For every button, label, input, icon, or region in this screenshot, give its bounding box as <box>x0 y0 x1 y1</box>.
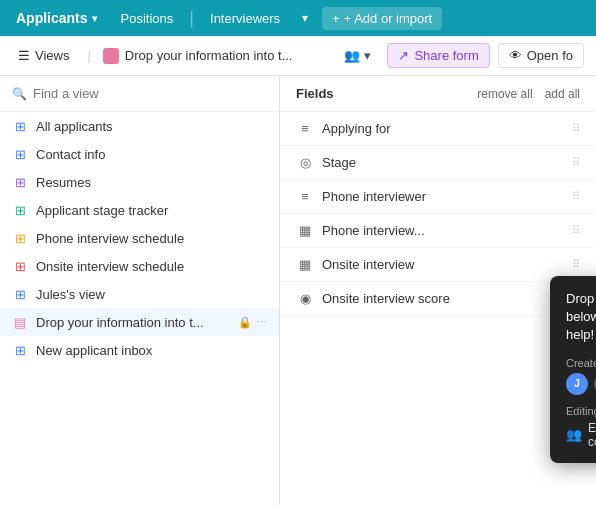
sidebar-item-all-applicants[interactable]: ⊞ All applicants <box>0 112 279 140</box>
add-or-import-button[interactable]: + + Add or import <box>322 7 442 30</box>
nav-tab-interviewers[interactable]: Interviewers <box>198 7 292 30</box>
field-label: Onsite interview score <box>322 291 564 306</box>
sidebar-item-label: All applicants <box>36 119 267 134</box>
toolbar: ☰ Views | Drop your information into t..… <box>0 36 596 76</box>
toolbar-divider: | <box>87 48 90 63</box>
field-row-onsite-interview: ▦ Onsite interview ⠿ <box>280 248 596 282</box>
brand-chevron: ▾ <box>92 13 97 24</box>
lock-icon: 🔒 <box>238 316 252 329</box>
main-layout: 🔍 ⊞ All applicants ⊞ Contact info ⊞ Resu… <box>0 76 596 505</box>
tooltip-editing-row: 👥 Everyone can edit the view configurati… <box>566 421 596 449</box>
views-label: Views <box>35 48 69 63</box>
user-avatar: J <box>566 373 588 395</box>
brand-label: Applicants <box>16 10 88 26</box>
sidebar-item-label: Onsite interview schedule <box>36 259 267 274</box>
views-button[interactable]: ☰ Views <box>12 44 75 67</box>
sidebar-item-resumes[interactable]: ⊞ Resumes <box>0 168 279 196</box>
sidebar-item-label: New applicant inbox <box>36 343 267 358</box>
sidebar-item-applicant-stage-tracker[interactable]: ⊞ Applicant stage tracker <box>0 196 279 224</box>
tooltip-popup: Drop your information into the form belo… <box>550 276 596 463</box>
sidebar-item-jules-view[interactable]: ⊞ Jules's view <box>0 280 279 308</box>
tooltip-editing-text: Everyone can edit the view configuration… <box>588 421 596 449</box>
tooltip-user-row: J <box>566 373 596 395</box>
table-icon: ▦ <box>296 257 314 272</box>
field-label: Phone interview... <box>322 223 564 238</box>
fields-header: Fields remove all add all <box>280 76 596 112</box>
fields-actions: remove all add all <box>477 87 580 101</box>
field-row-phone-interview: ▦ Phone interview... ⠿ <box>280 214 596 248</box>
grid-icon: ⊞ <box>12 202 28 218</box>
sidebar-item-label: Jules's view <box>36 287 267 302</box>
grid-icon: ⊞ <box>12 286 28 302</box>
drag-handle-icon[interactable]: ⠿ <box>572 190 580 203</box>
field-label: Stage <box>322 155 564 170</box>
circle-dot-icon: ◉ <box>296 291 314 306</box>
sidebar-search-area: 🔍 <box>0 76 279 112</box>
created-by-label: Created by <box>566 357 596 369</box>
field-label: Phone interviewer <box>322 189 564 204</box>
field-row-onsite-score: ◉ Onsite interview score ⠿ <box>280 282 596 316</box>
sidebar-item-label: Resumes <box>36 175 267 190</box>
grid-icon: ⊞ <box>12 146 28 162</box>
current-view-name: Drop your information into t... <box>125 48 293 63</box>
view-name-area: Drop your information into t... <box>103 48 329 64</box>
sidebar-item-onsite-interview-schedule[interactable]: ⊞ Onsite interview schedule <box>0 252 279 280</box>
people-icon: 👥 <box>566 427 582 442</box>
grid-icon: ⊞ <box>12 342 28 358</box>
share-form-label: Share form <box>414 48 478 63</box>
nav-more-dropdown[interactable]: ▾ <box>296 7 314 29</box>
fields-title: Fields <box>296 86 477 101</box>
sidebar-item-label: Drop your information into t... <box>36 315 230 330</box>
field-row-phone-interviewer: ≡ Phone interviewer ⠿ <box>280 180 596 214</box>
form-icon: ▤ <box>12 314 28 330</box>
sidebar-item-phone-interview-schedule[interactable]: ⊞ Phone interview schedule <box>0 224 279 252</box>
item-action-icons: 🔒 ⋯ <box>238 316 267 329</box>
content-area: Fields remove all add all ≡ Applying for… <box>280 76 596 505</box>
open-form-button[interactable]: 👁 Open fo <box>498 43 584 68</box>
sidebar-item-drop-info[interactable]: ▤ Drop your information into t... 🔒 ⋯ <box>0 308 279 336</box>
hamburger-icon: ☰ <box>18 48 30 63</box>
field-label: Onsite interview <box>322 257 564 272</box>
sidebar-item-label: Contact info <box>36 147 267 162</box>
share-icon: ↗ <box>398 48 409 63</box>
editing-label: Editing <box>566 405 596 417</box>
nav-divider: | <box>189 8 194 29</box>
people-icon: 👥 <box>344 48 360 63</box>
search-icon: 🔍 <box>12 87 27 101</box>
eye-icon: 👁 <box>509 48 522 63</box>
more-icon[interactable]: ⋯ <box>256 316 267 329</box>
drag-handle-icon[interactable]: ⠿ <box>572 224 580 237</box>
drag-handle-icon[interactable]: ⠿ <box>572 156 580 169</box>
circle-icon: ◎ <box>296 155 314 170</box>
sidebar-item-new-applicant-inbox[interactable]: ⊞ New applicant inbox <box>0 336 279 364</box>
field-label: Applying for <box>322 121 564 136</box>
remove-all-button[interactable]: remove all <box>477 87 532 101</box>
grid-icon: ⊞ <box>12 118 28 134</box>
applicants-brand[interactable]: Applicants ▾ <box>8 6 105 30</box>
sidebar: 🔍 ⊞ All applicants ⊞ Contact info ⊞ Resu… <box>0 76 280 505</box>
chevron-down-icon: ▾ <box>364 48 371 63</box>
share-form-button[interactable]: ↗ Share form <box>387 43 489 68</box>
list-icon: ≡ <box>296 189 314 204</box>
search-input[interactable] <box>33 86 267 101</box>
drag-handle-icon[interactable]: ⠿ <box>572 258 580 271</box>
nav-tab-positions[interactable]: Positions <box>109 7 186 30</box>
tooltip-title: Drop your information into the form belo… <box>566 290 596 345</box>
grid-icon: ⊞ <box>12 174 28 190</box>
grid-icon: ⊞ <box>12 230 28 246</box>
add-all-button[interactable]: add all <box>545 87 580 101</box>
sidebar-item-label: Applicant stage tracker <box>36 203 267 218</box>
view-form-icon <box>103 48 119 64</box>
list-icon: ≡ <box>296 121 314 136</box>
drag-handle-icon[interactable]: ⠿ <box>572 122 580 135</box>
field-row-stage: ◎ Stage ⠿ <box>280 146 596 180</box>
field-row-applying-for: ≡ Applying for ⠿ <box>280 112 596 146</box>
grid-icon: ⊞ <box>12 258 28 274</box>
plus-icon: + <box>332 11 340 26</box>
collaborators-button[interactable]: 👥 ▾ <box>336 44 379 67</box>
sidebar-item-label: Phone interview schedule <box>36 231 267 246</box>
open-form-label: Open fo <box>527 48 573 63</box>
add-import-label: + Add or import <box>344 11 433 26</box>
sidebar-item-contact-info[interactable]: ⊞ Contact info <box>0 140 279 168</box>
top-navigation: Applicants ▾ Positions | Interviewers ▾ … <box>0 0 596 36</box>
